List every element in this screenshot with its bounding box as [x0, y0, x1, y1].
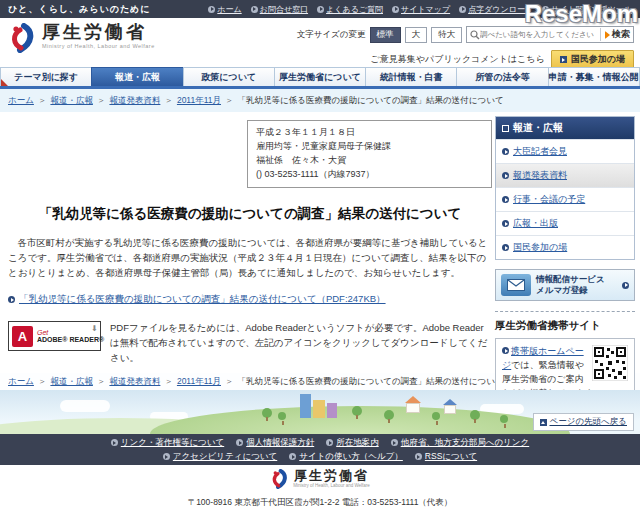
crumb-home[interactable]: ホーム [8, 376, 34, 388]
release-phone: () 03-5253-1111（内線7937） [256, 168, 483, 182]
search-input[interactable] [480, 30, 598, 39]
crumb-press-materials[interactable]: 報道発表資料 [109, 95, 160, 107]
back-to-top-button[interactable]: ページの先頭へ戻る [533, 413, 635, 431]
font-size-xlarge-button[interactable]: 特大 [431, 27, 462, 43]
arrow-bullet-icon [622, 282, 629, 289]
footer-link-accessibility[interactable]: アクセシビリティについて [163, 451, 277, 463]
tab-policies[interactable]: 政策について [183, 67, 274, 86]
top-link-braille[interactable]: 点字ダウンロード [459, 4, 533, 15]
crumb-home[interactable]: ホーム [8, 95, 34, 107]
crumb-current: 「乳幼児等に係る医療費の援助についての調査」結果の送付について [238, 376, 504, 388]
arrow-bullet-icon [502, 347, 509, 354]
top-link-faq[interactable]: よくあるご質問 [317, 4, 383, 15]
adobe-reader-icon: A [12, 326, 33, 347]
release-contact: 福祉係 佐々木・大賀 [256, 154, 483, 168]
main-area: 平成２３年１１月１８日 雇用均等・児童家庭局母子保健課 福祉係 佐々木・大賀 (… [0, 112, 640, 373]
breadcrumb-bar: ホーム＞ 報道・広報＞ 報道発表資料＞ 2011年11月＞ 「乳幼児等に係る医療… [0, 89, 640, 112]
pdf-download-link[interactable]: 「乳幼児等に係る医療費の援助についての調査」結果の送付について（PDF:247K… [19, 293, 386, 306]
crumb-2011-11[interactable]: 2011年11月 [177, 95, 221, 107]
search-button[interactable]: 検索 [600, 28, 630, 41]
breadcrumb: ホーム＞ 報道・広報＞ 報道発表資料＞ 2011年11月＞ 「乳幼児等に係る医療… [8, 95, 504, 107]
footer-link-other-ministries[interactable]: 他府省、地方支分部局へのリンク [391, 437, 530, 449]
arrow-bullet-icon [502, 172, 509, 179]
crumb-press-pr[interactable]: 報道・広報 [50, 376, 93, 388]
sidebar-item-publications[interactable]: 広報・出版 [496, 211, 634, 235]
mhlw-logo[interactable]: 厚生労働省 Ministry of Health, Labour and Wel… [8, 23, 155, 53]
tab-statistics[interactable]: 統計情報・白書 [365, 67, 456, 86]
footer-logo: 厚生労働省 Ministry of Health, Labour and Wel… [270, 469, 370, 489]
adobe-reader-section: A Get ADOBE® READER® ⬇ PDFファイルを見るためには、Ad… [8, 321, 492, 365]
adobe-note-text: PDFファイルを見るためには、Adobe Readerというソフトが必要です。A… [110, 321, 492, 365]
tab-laws[interactable]: 所管の法令等 [456, 67, 547, 86]
page: ひと、くらし、みらいのために ホーム お問合せ窓口 よくあるご質問 サイトマップ… [0, 0, 640, 509]
sidebar-item-minister-press[interactable]: 大臣記者会見 [496, 139, 634, 163]
site-footer: 厚生労働省 Ministry of Health, Labour and Wel… [0, 465, 640, 509]
tree-shape [278, 412, 286, 420]
arrow-bullet-icon [391, 439, 398, 446]
arrow-bullet-icon [208, 6, 215, 13]
arrow-bullet-icon [502, 196, 509, 203]
crumb-2011-11[interactable]: 2011年11月 [177, 376, 221, 388]
arrow-bullet-icon [317, 6, 324, 13]
pdf-link-row: 「乳幼児等に係る医療費の援助についての調査」結果の送付について（PDF:247K… [8, 293, 492, 306]
tab-theme-search[interactable]: テーマ別に探す [0, 67, 91, 86]
logo-subtitle: Ministry of Health, Labour and Welfare [42, 43, 155, 49]
release-date: 平成２３年１１月１８日 [256, 126, 483, 140]
sidebar-item-press-materials[interactable]: 報道発表資料 [496, 163, 634, 187]
footer-link-rss[interactable]: RSSについて [415, 451, 477, 463]
mhlw-logo-icon [270, 469, 290, 489]
mhlw-logo-icon [8, 23, 38, 53]
top-link-contact[interactable]: お問合せ窓口 [251, 4, 308, 15]
arrow-bullet-icon [459, 6, 466, 13]
sidebar-item-participation[interactable]: 国民参加の場 [496, 235, 634, 259]
arrow-bullet-icon [326, 439, 333, 446]
get-adobe-reader-button[interactable]: A Get ADOBE® READER® ⬇ [8, 321, 101, 351]
font-size-standard-button[interactable]: 標準 [370, 27, 401, 43]
building-shape [313, 400, 325, 418]
arrow-bullet-icon [251, 6, 258, 13]
tab-applications[interactable]: 申請・募集・情報公開 [548, 67, 640, 86]
sidebar-item-events[interactable]: 行事・会議の予定 [496, 187, 634, 211]
footer-link-privacy[interactable]: 個人情報保護方針 [236, 437, 314, 449]
cloud-shape [60, 400, 110, 412]
footer-link-bar: リンク・著作権等について 個人情報保護方針 所在地案内 他府省、地方支分部局への… [0, 434, 640, 465]
footer-link-copyright[interactable]: リンク・著作権等について [111, 437, 224, 449]
public-comment-text: ご意見募集やパブリックコメントはこちら [371, 53, 545, 66]
crumb-press-pr[interactable]: 報道・広報 [50, 95, 93, 107]
top-link-sitemap[interactable]: サイトマップ [392, 4, 450, 15]
font-size-large-button[interactable]: 大 [405, 27, 428, 43]
arrow-bullet-icon [111, 439, 118, 446]
search-box: 検索 [466, 26, 634, 43]
article-body: 各市区町村が実施する乳幼児等に係る医療費の援助については、各都道府県が要綱等に基… [8, 235, 492, 281]
breadcrumb-bottom: ホーム＞ 報道・広報＞ 報道発表資料＞ 2011年11月＞ 「乳幼児等に係る医療… [8, 376, 504, 388]
search-icon [470, 30, 480, 40]
mail-magazine-label: 情報配信サービス メルマガ登録 [536, 274, 617, 296]
download-arrow-icon: ⬇ [91, 324, 98, 333]
font-size-label: 文字サイズの変更 [297, 29, 366, 41]
mail-magazine-banner[interactable]: 情報配信サービス メルマガ登録 [495, 269, 635, 301]
arrow-square-icon [560, 56, 567, 63]
arrow-bullet-icon [502, 220, 509, 227]
section-menu: 報道・広報 大臣記者会見 報道発表資料 行事・会議の予定 広報・出版 国民参加の… [495, 116, 635, 260]
tab-about-mhlw[interactable]: 厚生労働省について [274, 67, 365, 86]
building-shape [327, 403, 337, 418]
crumb-press-materials[interactable]: 報道発表資料 [109, 376, 160, 388]
font-size-and-search: 文字サイズの変更 標準 大 特大 検索 [297, 26, 634, 43]
resemom-watermark: ReseMom [525, 0, 638, 28]
footer-links-row2: アクセシビリティについて サイトの使い方（ヘルプ） RSSについて [163, 451, 477, 463]
tab-press-pr[interactable]: 報道・広報 [91, 67, 182, 86]
top-link-home[interactable]: ホーム [208, 4, 241, 15]
tree-shape [432, 412, 440, 420]
footer-logo-text: 厚生労働省 Ministry of Health, Labour and Wel… [293, 469, 370, 488]
tree-shape [352, 406, 362, 416]
press-release-info-box: 平成２３年１１月１８日 雇用均等・児童家庭局母子保健課 福祉係 佐々木・大賀 (… [247, 120, 492, 188]
envelope-icon [501, 274, 531, 296]
tree-shape [500, 415, 508, 423]
header-tools: 文字サイズの変更 標準 大 特大 検索 ご意見募集やパブリックコメントはこちら … [297, 26, 634, 69]
tree-shape [470, 410, 480, 420]
footer-link-help[interactable]: サイトの使い方（ヘルプ） [289, 451, 403, 463]
global-nav: テーマ別に探す 報道・広報 政策について 厚生労働省について 統計情報・白書 所… [0, 67, 640, 89]
arrow-bullet-icon [163, 453, 170, 460]
footer-link-location[interactable]: 所在地案内 [326, 437, 379, 449]
crumb-current: 「乳幼児等に係る医療費の援助についての調査」結果の送付について [238, 95, 504, 107]
